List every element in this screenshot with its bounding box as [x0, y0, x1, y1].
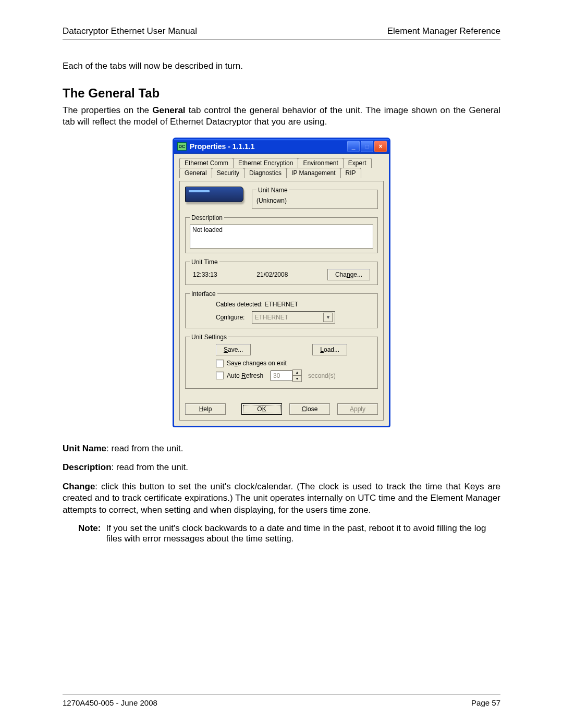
auto-refresh-checkbox[interactable]: Auto Refresh ▲ ▼ second(s) [216, 369, 347, 382]
minimize-button[interactable]: _ [347, 141, 360, 152]
load-button[interactable]: Load... [312, 344, 347, 355]
unit-time-date: 21/02/2008 [256, 271, 288, 278]
unit-time-time: 12:33:13 [193, 271, 217, 278]
help-button[interactable]: Help [185, 403, 226, 415]
header-right: Element Manager Reference [387, 26, 500, 36]
checkbox-icon [216, 372, 224, 379]
unit-name-value: (Unknown) [256, 197, 287, 204]
titlebar[interactable]: DC Properties - 1.1.1.1 _ □ × [174, 139, 389, 154]
window-title: Properties - 1.1.1.1 [190, 142, 347, 151]
tab-rip[interactable]: RIP [340, 168, 361, 178]
tab-ethernet-comm[interactable]: Ethernet Comm [179, 158, 234, 168]
note-text: If you set the unit's clock backwards to… [106, 523, 500, 544]
unit-name-legend: Unit Name [256, 187, 289, 194]
app-icon: DC [177, 142, 187, 151]
description-group: Description Not loaded [185, 214, 378, 253]
section-paragraph-1: The properties on the General tab contro… [63, 105, 500, 128]
save-button[interactable]: Save... [216, 344, 251, 355]
unit-time-legend: Unit Time [190, 258, 219, 266]
note-block: Note: If you set the unit's clock backwa… [78, 523, 500, 544]
refresh-interval-spinner[interactable]: ▲ ▼ [271, 369, 302, 382]
def-unit-name: Unit Name: read from the unit. [63, 443, 500, 454]
description-field[interactable]: Not loaded [190, 225, 373, 249]
page-footer: 1270A450-005 - June 2008 Page 57 [63, 695, 500, 707]
ok-button[interactable]: OK [241, 403, 282, 415]
refresh-interval-input [271, 371, 292, 381]
tab-security[interactable]: Security [212, 168, 244, 178]
spin-up-icon[interactable]: ▲ [292, 369, 302, 376]
header-left: Datacryptor Ethernet User Manual [63, 26, 197, 36]
page-header: Datacryptor Ethernet User Manual Element… [63, 26, 500, 40]
interface-legend: Interface [190, 290, 217, 298]
tab-expert[interactable]: Expert [343, 158, 372, 168]
unit-settings-group: Unit Settings Save... Load... [185, 334, 378, 389]
configure-select: ETHERNET ▼ [252, 311, 335, 324]
tab-environment[interactable]: Environment [298, 158, 343, 168]
unit-time-group: Unit Time 12:33:13 21/02/2008 Change... [185, 258, 378, 285]
seconds-label: second(s) [308, 372, 336, 379]
unit-settings-legend: Unit Settings [190, 334, 228, 341]
tab-general[interactable]: General [179, 168, 212, 178]
note-label: Note: [78, 523, 101, 544]
properties-dialog: DC Properties - 1.1.1.1 _ □ × Ethernet C… [173, 138, 390, 427]
footer-right: Page 57 [471, 698, 500, 707]
intro-text: Each of the tabs will now be described i… [63, 61, 500, 71]
tab-ip-management[interactable]: IP Management [286, 168, 341, 178]
apply-button: Apply [337, 403, 378, 415]
def-change: Change: click this button to set the uni… [63, 481, 500, 516]
tab-ethernet-encryption[interactable]: Ethernet Encryption [233, 158, 298, 168]
tab-strip: Ethernet Comm Ethernet Encryption Enviro… [179, 158, 384, 178]
spin-down-icon[interactable]: ▼ [292, 376, 302, 382]
def-description: Description: read from the unit. [63, 462, 500, 473]
maximize-button: □ [361, 141, 373, 152]
description-legend: Description [190, 214, 224, 221]
section-heading: The General Tab [63, 86, 500, 101]
save-on-exit-checkbox[interactable]: Save changes on exit [216, 360, 347, 367]
footer-left: 1270A450-005 - June 2008 [63, 698, 157, 707]
chevron-down-icon: ▼ [323, 313, 333, 322]
device-image [185, 187, 243, 202]
close-button[interactable]: Close [289, 403, 330, 415]
checkbox-icon [216, 360, 224, 367]
close-window-button[interactable]: × [374, 141, 387, 152]
general-tab-panel: Unit Name (Unknown) Description Not load… [179, 181, 384, 421]
cables-detected: Cables detected: ETHERNET [216, 301, 373, 308]
tab-diagnostics[interactable]: Diagnostics [244, 168, 287, 178]
configure-label: Configure: [216, 314, 244, 321]
interface-group: Interface Cables detected: ETHERNET Conf… [185, 290, 378, 328]
change-button[interactable]: Change... [327, 269, 370, 280]
